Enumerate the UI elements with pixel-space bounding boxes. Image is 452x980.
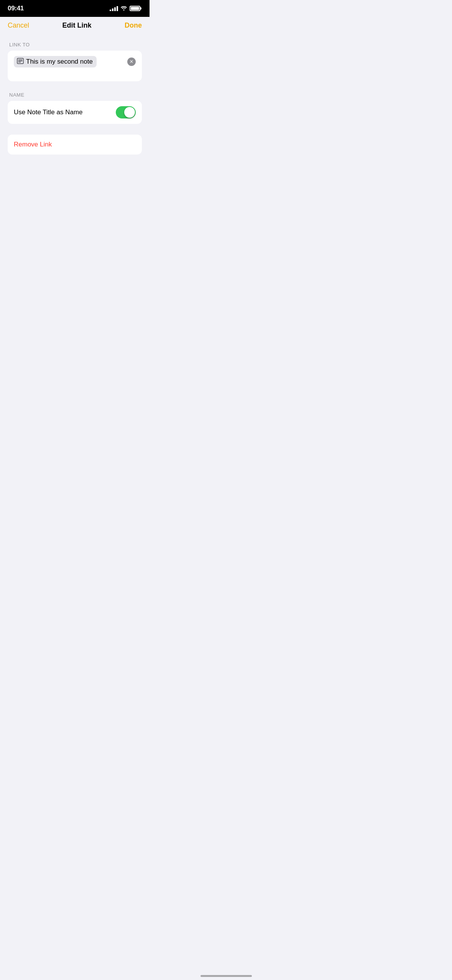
toggle-row: Use Note Title as Name [8, 101, 142, 124]
toggle-label: Use Note Title as Name [14, 109, 83, 116]
clear-button[interactable] [127, 58, 136, 66]
nav-bar: Cancel Edit Link Done [0, 17, 150, 33]
cancel-button[interactable]: Cancel [8, 21, 29, 30]
name-section: NAME Use Note Title as Name [8, 92, 142, 124]
use-note-title-toggle[interactable] [116, 106, 136, 118]
nav-title: Edit Link [62, 21, 92, 30]
remove-link-section: Remove Link [8, 135, 142, 155]
done-button[interactable]: Done [125, 21, 142, 30]
link-to-label: LINK TO [8, 42, 142, 48]
status-time: 09:41 [8, 5, 24, 12]
link-to-content: This is my second note [14, 56, 127, 67]
name-card: Use Note Title as Name [8, 101, 142, 124]
link-to-card: This is my second note [8, 51, 142, 81]
status-icons [110, 5, 140, 12]
note-chip-text: This is my second note [26, 58, 93, 66]
note-icon [17, 58, 24, 66]
wifi-icon [120, 5, 127, 12]
name-label: NAME [8, 92, 142, 98]
remove-link-button[interactable]: Remove Link [8, 135, 142, 155]
signal-icon [110, 6, 118, 11]
remove-card: Remove Link [8, 135, 142, 155]
battery-icon [130, 6, 140, 11]
link-to-section: LINK TO This is my second note [8, 42, 142, 81]
status-bar: 09:41 [0, 0, 150, 17]
content: LINK TO This is my second note [0, 33, 150, 155]
link-to-field: This is my second note [8, 51, 142, 81]
note-chip[interactable]: This is my second note [14, 56, 97, 67]
toggle-thumb [124, 107, 135, 118]
